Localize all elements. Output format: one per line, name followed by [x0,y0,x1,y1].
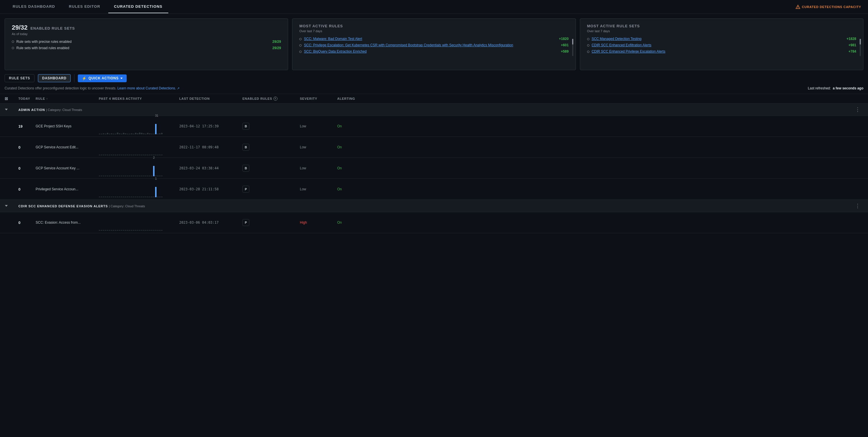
chart-bar [129,155,130,155]
group-row-0[interactable]: ADMIN ACTION | Category: Cloud Threats ⋮ [0,104,868,116]
tab-rules-dashboard[interactable]: RULES DASHBOARD [7,0,61,13]
chevron-icon [5,205,8,207]
chart-bar [155,155,157,155]
chart-bar [105,134,106,134]
cell-today: 0 [19,187,36,192]
nav-warning: CURATED DETECTIONS CAPACITY [796,5,861,9]
chart-bar [151,230,153,231]
ruleset-name-link[interactable]: CDIR SCC Enhanced Exfiltration Alerts [592,43,846,47]
chart-bar [109,134,110,134]
precise-label: Rule sets with precise rules enabled [17,40,71,44]
chart-bar [99,134,100,134]
cell-alerting: On [337,124,380,128]
chart-bar [101,134,102,134]
group-name: ADMIN ACTION [19,108,45,112]
chart-bar [153,197,155,197]
quick-actions-button[interactable]: ⚡ QUICK ACTIONS [78,75,127,82]
ruleset-name-link[interactable]: CDIR SCC Enhanced Privilege Escalation A… [592,50,846,54]
chart-bar [159,197,161,197]
info-icon-enabled-rules[interactable]: ? [273,96,277,100]
chart-bar [135,133,136,134]
enabled-rule-sets-subtitle: As of today [12,32,281,36]
chart-bar [133,134,134,134]
precise-count: 29/29 [272,40,281,44]
th-today: TODAY [19,96,36,101]
chart-bar [141,176,143,176]
chart-bar [153,155,155,155]
group-more-menu-0[interactable]: ⋮ [852,106,863,113]
chart-bar [145,155,147,155]
cell-badge: B [242,144,300,151]
top-nav: RULES DASHBOARD RULES EDITOR CURATED DET… [0,0,868,14]
cell-last-detection: 2023-04-12 17:25:39 [179,124,242,128]
rule-count: +1820 [559,37,569,41]
chart-bar [123,133,124,134]
tab-curated-detections[interactable]: CURATED DETECTIONS [108,0,168,13]
ruleset-name-link[interactable]: SCC Managed Detection Testing [592,37,844,41]
rule-badge: B [242,144,249,151]
cell-rule: SCC: Evasion: Access from... [36,221,99,225]
chart-bar [103,230,104,231]
chart-bar [105,230,106,231]
chart-bar [139,133,141,134]
most-active-ruleset-item: CDIR SCC Enhanced Privilege Escalation A… [587,50,856,54]
chart-bar [143,176,145,176]
rule-count: +589 [561,50,569,54]
chart-peak-label: 1 [155,177,157,180]
chart-bar [161,176,162,176]
chart-bar [143,230,145,231]
rule-badge: P [242,219,249,226]
scroll-thumb-sets [860,39,861,45]
chart-bar [139,230,141,231]
most-active-rule-sets-list: SCC Managed Detection Testing +1828 CDIR… [587,37,856,54]
cell-badge: B [242,123,300,130]
chart-bar [159,134,161,134]
chart-bar [121,230,122,231]
most-active-rules-card: MOST ACTIVE RULES Over last 7 days SCC: … [292,19,576,70]
most-active-rules-title: MOST ACTIVE RULES [299,24,568,28]
chart-bar [115,155,116,155]
group-more-menu-1[interactable]: ⋮ [852,203,863,209]
data-row-1-0: 0 SCC: Evasion: Access from... 2023-03-0… [0,212,868,233]
cell-chart: 2 [99,160,179,176]
cell-rule: Privileged Service Accoun... [36,187,99,191]
chart-bar [117,230,118,231]
cell-alerting: On [337,221,380,225]
cell-severity: Low [300,145,337,149]
cell-today: 0 [19,166,36,171]
chart-bar [147,197,149,197]
chevron-icon [5,109,8,110]
chart-bar [145,230,147,231]
chart-bar [147,133,149,134]
group-row-1[interactable]: CDIR SCC ENHANCED DEFENSE EVASION ALERTS… [0,200,868,212]
chart-bar [121,155,122,155]
tab-rules-editor[interactable]: RULES EDITOR [63,0,106,13]
ruleset-count: +981 [848,43,856,47]
chart-bar [155,230,157,231]
rule-name-link[interactable]: SCC: Malware: Bad Domain Test Alert [304,37,557,41]
group-category: | Category: Cloud Threats [46,108,82,112]
expand-collapse-icon[interactable]: ⊠ [5,96,8,101]
rule-name-link[interactable]: SCC: Privilege Escalation: Get Kubernete… [304,43,558,47]
quick-actions-label: QUICK ACTIONS [89,76,119,80]
data-row-0-0: 19 GCE Project SSH Keys 31 2023-04-12 17… [0,116,868,137]
toolbar-divider [74,74,74,82]
chart-bar [113,197,114,197]
rule-name-link[interactable]: SCC: BigQuery Data Extraction Enriched [304,50,558,54]
rule-sets-button[interactable]: RULE SETS [5,74,34,82]
chart-bar [159,176,161,176]
chart-bar [141,133,143,134]
chart-bar [159,155,161,155]
dashboard-button[interactable]: DASHBOARD [38,74,71,82]
chart-bar [113,176,114,176]
chart-bar [137,134,138,134]
mini-chart [99,123,177,134]
chart-bar [161,230,162,231]
cell-alerting: On [337,145,380,149]
chart-bar [121,176,122,176]
chart-bar [111,176,112,176]
chart-bar [111,134,112,134]
chart-bar [149,155,151,155]
learn-more-link[interactable]: Learn more about Curated Detections. [118,86,176,90]
last-refresh-label: Last refreshed: [808,86,831,90]
